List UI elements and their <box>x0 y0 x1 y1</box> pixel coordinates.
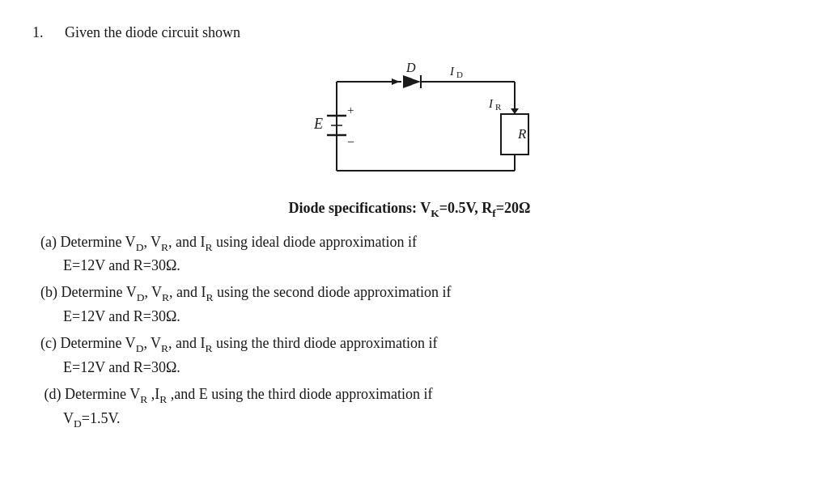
problem-title: Given the diode circuit shown <box>65 24 240 41</box>
parts-list: (a) Determine VD, VR, and IR using ideal… <box>40 231 787 432</box>
svg-text:I: I <box>488 97 494 110</box>
svg-text:D: D <box>405 61 416 74</box>
svg-marker-12 <box>403 75 421 88</box>
part-c-line1: (c) Determine VD, VR, and IR using the t… <box>40 332 787 357</box>
part-a-continuation: E=12V and R=30Ω. <box>63 255 787 277</box>
circuit-diagram: + E − D I D <box>272 57 547 187</box>
part-c-continuation: E=12V and R=30Ω. <box>63 357 787 379</box>
part-d: (d) Determine VR ,IR ,and E using the th… <box>40 383 787 432</box>
svg-text:R: R <box>517 126 527 142</box>
svg-text:I: I <box>449 65 455 78</box>
svg-marker-21 <box>511 108 519 114</box>
diode-specs: Diode specifications: VK=0.5V, Rf=20Ω <box>32 200 787 220</box>
svg-text:D: D <box>456 70 463 79</box>
svg-text:E: E <box>313 116 323 132</box>
problem-number: 1. <box>32 24 57 41</box>
part-d-continuation: VD=1.5V. <box>63 408 787 432</box>
part-b: (b) Determine VD, VR, and IR using the s… <box>40 282 787 328</box>
problem-container: 1. Given the diode circuit shown <box>32 24 787 432</box>
svg-text:−: − <box>347 135 354 149</box>
svg-text:+: + <box>347 104 354 116</box>
part-b-continuation: E=12V and R=30Ω. <box>63 306 787 328</box>
part-a: (a) Determine VD, VR, and IR using ideal… <box>40 231 787 277</box>
svg-text:R: R <box>495 102 502 112</box>
part-d-line1: (d) Determine VR ,IR ,and E using the th… <box>40 383 787 408</box>
part-c: (c) Determine VD, VR, and IR using the t… <box>40 332 787 379</box>
circuit-diagram-area: + E − D I D <box>32 57 787 187</box>
part-b-line1: (b) Determine VD, VR, and IR using the s… <box>40 282 787 306</box>
part-a-line1: (a) Determine VD, VR, and IR using ideal… <box>40 231 787 256</box>
svg-marker-24 <box>392 78 400 85</box>
problem-header: 1. Given the diode circuit shown <box>32 24 787 41</box>
